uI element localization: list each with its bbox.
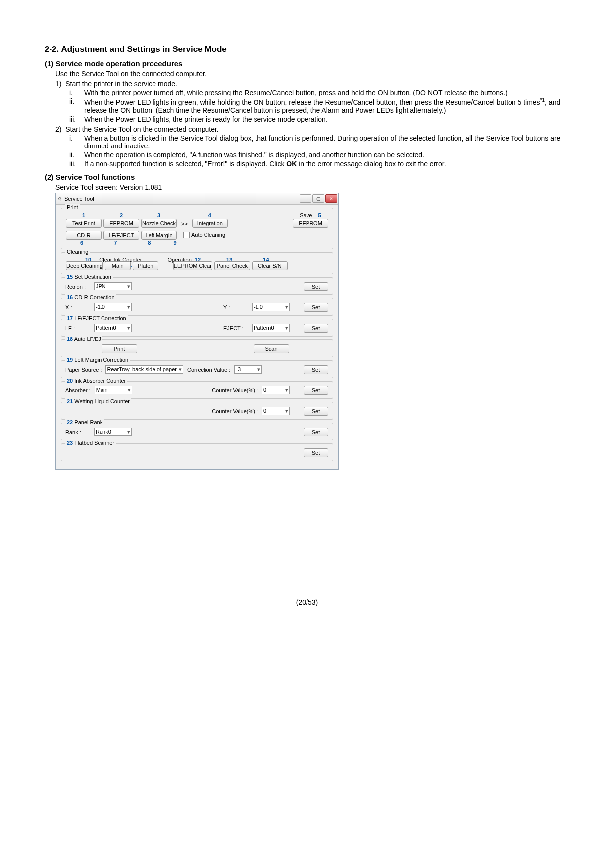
integration-button[interactable]: Integration <box>192 219 228 228</box>
auto-scan-button[interactable]: Scan <box>254 344 289 353</box>
group-legend: Wetting Liquid Counter <box>74 398 130 404</box>
counter-value-label: Counter Value(%) : <box>212 387 258 393</box>
group-legend: Left Margin Correction <box>74 357 128 363</box>
group-legend: Set Destination <box>74 274 111 280</box>
shift-label: >> <box>181 221 188 227</box>
callout-23: 23 <box>67 440 73 446</box>
region-label: Region : <box>65 284 90 289</box>
platen-clear-button[interactable]: Platen <box>133 261 158 270</box>
group-legend: LF/EJECT Correction <box>74 315 126 321</box>
lf-eject-button[interactable]: LF/EJECT <box>103 231 139 240</box>
callout-8: 8 <box>148 240 151 246</box>
deep-cleaning-button[interactable]: Deep Cleaning <box>66 261 103 270</box>
intro-text: Use the Service Tool on the connected co… <box>55 70 569 78</box>
region-select[interactable]: JPN <box>94 282 132 290</box>
main-clear-button[interactable]: Main <box>105 261 131 270</box>
step-text: Start the Service Tool on the connected … <box>65 125 218 133</box>
correction-value-label: Correction Value : <box>187 367 230 373</box>
section2-title: (2) Service Tool functions <box>45 173 569 181</box>
left-margin-button[interactable]: Left Margin <box>141 231 177 240</box>
substep-mark: ii. <box>69 151 84 159</box>
substep-mark: ii. <box>69 97 84 114</box>
set-button[interactable]: Set <box>304 282 328 291</box>
callout-2: 2 <box>120 212 123 218</box>
counter-value-select[interactable]: 0 <box>262 386 290 394</box>
x-select[interactable]: -1.0 <box>94 303 132 311</box>
lfeject-correction-group: 17 LF/EJECT Correction LF : Pattern0 EJE… <box>61 319 333 337</box>
rank-select[interactable]: Rank0 <box>94 428 132 436</box>
substep-mark: iii. <box>69 115 84 123</box>
substep-text: When the Power LED lights in green, whil… <box>84 97 569 114</box>
panel-rank-group: 22 Panel Rank Rank : Rank0 Set <box>61 423 333 440</box>
callout-1: 1 <box>82 212 85 218</box>
section1-title: (1) Service mode operation procedures <box>45 59 569 68</box>
substep-text: When the operation is completed, "A func… <box>84 151 424 159</box>
correction-value-select[interactable]: -3 <box>234 365 262 374</box>
auto-cleaning-checkbox[interactable] <box>183 232 190 238</box>
step-text: Start the printer in the service mode. <box>65 80 177 88</box>
minimize-button[interactable]: — <box>300 194 311 203</box>
paper-source-select[interactable]: RearTray, back side of paper <box>105 365 183 374</box>
substep-mark: iii. <box>69 160 84 168</box>
auto-cleaning-label: Auto Cleaning <box>191 232 225 238</box>
eeprom-print-button[interactable]: EEPROM <box>103 219 139 228</box>
heading: 2-2. Adjustment and Settings in Service … <box>45 45 569 54</box>
y-select[interactable]: -1.0 <box>252 303 290 311</box>
test-print-button[interactable]: Test Print <box>66 219 102 228</box>
window-title: Service Tool <box>64 196 94 202</box>
cdr-correction-group: 16 CD-R Correction X : -1.0 Y : -1.0 Set <box>61 298 333 316</box>
nozzle-check-button[interactable]: Nozzle Check <box>141 219 177 228</box>
print-group: Print 1Test Print 2EEPROM 3Nozzle Check … <box>61 208 333 249</box>
maximize-button[interactable]: ▢ <box>312 194 324 203</box>
close-button[interactable]: ✕ <box>325 194 337 203</box>
group-legend: Panel Rank <box>74 419 102 425</box>
eeprom-clear-button[interactable]: EEPROM Clear <box>173 261 212 270</box>
counter-value-label: Counter Value(%) : <box>212 408 258 414</box>
set-button[interactable]: Set <box>304 448 328 457</box>
page-number: (20/53) <box>45 598 569 626</box>
panel-check-button[interactable]: Panel Check <box>214 261 250 270</box>
callout-17: 17 <box>67 315 73 321</box>
cleaning-group: Cleaning 10 Clear Ink Counter Operation … <box>61 252 333 274</box>
substep-mark: i. <box>69 134 84 150</box>
auto-print-button[interactable]: Print <box>102 344 137 353</box>
substep-text: When the Power LED lights, the printer i… <box>84 115 328 123</box>
y-label: Y : <box>223 304 248 310</box>
flatbed-scanner-group: 23 Flatbed Scanner Set <box>61 443 333 461</box>
set-button[interactable]: Set <box>304 303 328 312</box>
set-button[interactable]: Set <box>304 407 328 416</box>
auto-lfej-group: 18 Auto LF/EJ Print Scan <box>61 339 333 357</box>
callout-15: 15 <box>67 274 73 280</box>
left-margin-group: 19 Left Margin Correction Paper Source :… <box>61 360 333 378</box>
callout-21: 21 <box>67 398 73 404</box>
cdr-button[interactable]: CD-R <box>66 231 102 240</box>
eeprom-save-button[interactable]: EEPROM <box>293 219 328 228</box>
group-legend: Ink Absorber Counter <box>74 378 126 384</box>
callout-22: 22 <box>67 419 73 425</box>
counter-value-select[interactable]: 0 <box>262 407 290 415</box>
set-button[interactable]: Set <box>304 324 328 333</box>
callout-18: 18 <box>67 336 73 342</box>
tool-caption: Service Tool screen: Version 1.081 <box>55 183 569 191</box>
eject-label: EJECT : <box>223 325 248 331</box>
absorber-label: Absorber : <box>65 387 91 393</box>
lf-select[interactable]: Pattern0 <box>94 324 132 332</box>
substep-text: If a non-supported function is selected,… <box>84 160 446 168</box>
set-button[interactable]: Set <box>304 428 328 436</box>
clear-sn-button[interactable]: Clear S/N <box>252 261 288 270</box>
group-legend: Print <box>65 204 80 210</box>
substep-text: When a button is clicked in the Service … <box>84 134 569 150</box>
eject-select[interactable]: Pattern0 <box>252 324 290 332</box>
group-legend: Auto LF/EJ <box>74 336 101 342</box>
callout-5: 5 <box>318 212 321 218</box>
rank-label: Rank : <box>65 429 90 435</box>
callout-20: 20 <box>67 378 73 384</box>
set-button[interactable]: Set <box>304 365 328 374</box>
set-button[interactable]: Set <box>304 386 328 395</box>
titlebar[interactable]: 🖨 Service Tool — ▢ ✕ <box>56 193 338 205</box>
substep-mark: i. <box>69 89 84 96</box>
app-icon: 🖨 <box>57 196 62 202</box>
lf-label: LF : <box>65 325 90 331</box>
service-tool-window: 🖨 Service Tool — ▢ ✕ Print 1Test Print 2… <box>55 193 339 470</box>
absorber-select[interactable]: Main <box>95 386 132 394</box>
